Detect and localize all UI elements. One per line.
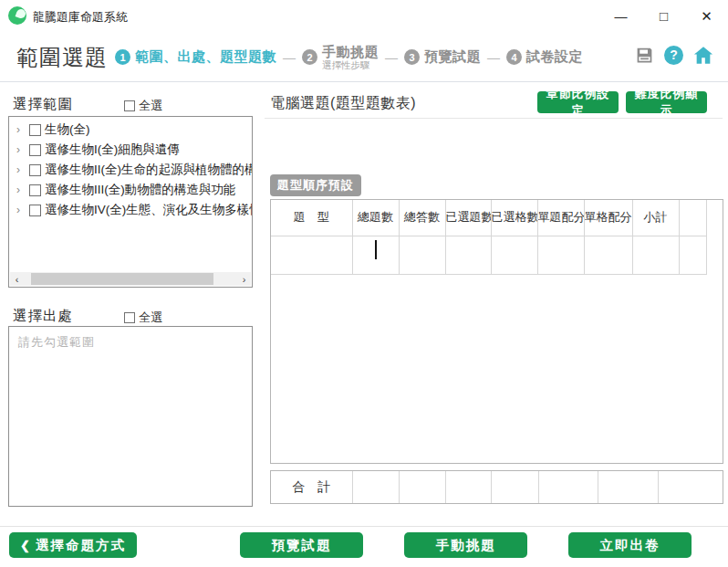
total-cell (491, 471, 538, 503)
range-select-all-label: 全選 (139, 98, 162, 114)
source-placeholder: 請先勾選範圍 (18, 334, 95, 351)
step-3-circle: 3 (404, 49, 420, 65)
cell-total-answers[interactable] (399, 236, 445, 274)
horizontal-scrollbar[interactable]: ‹ › (10, 272, 251, 286)
tree-item-label: 選修生物II(全)生命的起源與植物體的構造 (45, 162, 252, 178)
tree-item-biology[interactable]: › 生物(全) (9, 120, 252, 140)
total-cell (399, 471, 445, 503)
help-icon[interactable]: ? (664, 46, 683, 65)
col-header: 題 型 (271, 200, 352, 236)
back-button-label: 選擇命題方式 (36, 537, 126, 554)
step-separator: — (487, 50, 500, 65)
divider (265, 118, 723, 119)
step-1-circle: 1 (115, 49, 130, 65)
difficulty-ratio-button[interactable]: 難度比例顯示 (626, 91, 707, 113)
tree-checkbox[interactable] (29, 144, 41, 156)
cell-question-type[interactable] (271, 236, 352, 274)
col-header: 已選題數 (445, 200, 491, 236)
source-select-all-label: 全選 (139, 310, 162, 326)
tree-item-label: 選修生物I(全)細胞與遺傳 (45, 142, 180, 158)
range-select-all[interactable]: 全選 (124, 98, 162, 114)
cell-selected-questions[interactable] (445, 236, 491, 274)
scroll-right-icon[interactable]: › (237, 272, 251, 286)
step-3-label: 預覽試題 (424, 48, 481, 66)
back-to-method-button[interactable]: ❮ 選擇命題方式 (9, 532, 137, 558)
chevron-left-icon: ❮ (20, 539, 30, 552)
home-icon[interactable] (693, 45, 713, 65)
cell-points-per-blank[interactable] (584, 236, 632, 274)
preview-questions-button[interactable]: 預覽試題 (240, 532, 363, 558)
range-select-all-checkbox[interactable] (124, 100, 135, 111)
cell-extra[interactable] (679, 236, 706, 274)
total-label: 合 計 (271, 471, 352, 503)
divider (0, 526, 728, 527)
step-separator: — (385, 50, 398, 65)
scrollbar-thumb[interactable] (31, 273, 213, 285)
total-cell (445, 471, 491, 503)
col-header: 已選格數 (491, 200, 537, 236)
chevron-right-icon[interactable]: › (16, 184, 27, 196)
chevron-right-icon[interactable]: › (16, 204, 27, 216)
total-row-container: 合 計 (270, 470, 723, 504)
total-cell (538, 471, 598, 503)
step-4-settings[interactable]: 4 試卷設定 (506, 48, 583, 66)
step-2-manual[interactable]: 2 手動挑題 選擇性步驟 (302, 44, 379, 70)
step-separator: — (283, 50, 296, 65)
cell-subtotal[interactable] (632, 236, 679, 274)
step-1-range[interactable]: 1 範圍、出處、題型題數 (115, 48, 276, 66)
window-controls: — □ ✕ (599, 0, 728, 32)
maximize-button[interactable]: □ (642, 0, 685, 32)
chevron-right-icon[interactable]: › (16, 123, 27, 136)
tree-item-bio2[interactable]: › 選修生物II(全)生命的起源與植物體的構造 (9, 160, 252, 180)
tree-checkbox[interactable] (29, 184, 41, 196)
tree-checkbox[interactable] (29, 164, 41, 176)
total-cell (658, 471, 723, 503)
chevron-right-icon[interactable]: › (16, 143, 27, 156)
col-header: 單題配分 (537, 200, 584, 236)
minimize-button[interactable]: — (599, 0, 642, 32)
col-header: 總答數 (399, 200, 445, 236)
question-type-table: 題 型 總題數 總答數 已選題數 已選格數 單題配分 單格配分 小計 (271, 200, 707, 275)
col-header: 小計 (632, 200, 679, 236)
tree-item-bio3[interactable]: › 選修生物III(全)動物體的構造與功能 (9, 180, 252, 200)
cell-points-per-question[interactable] (537, 236, 584, 274)
table-row (271, 236, 706, 274)
window-title: 龍騰題庫命題系統 (33, 9, 128, 26)
source-select-all-checkbox[interactable] (124, 312, 135, 323)
col-header: 單格配分 (584, 200, 632, 236)
source-select-all[interactable]: 全選 (124, 310, 162, 326)
tree-item-label: 選修生物III(全)動物體的構造與功能 (45, 182, 235, 198)
total-cell (598, 471, 658, 503)
question-type-table-container: 題 型 總題數 總答數 已選題數 已選格數 單題配分 單格配分 小計 (270, 199, 723, 464)
save-icon[interactable] (634, 45, 654, 65)
app-window: 龍騰題庫命題系統 — □ ✕ 範圍選題 1 範圍、出處、題型題數 — 2 手動挑… (0, 0, 728, 567)
step-1-label: 範圍、出處、題型題數 (135, 48, 276, 66)
manual-pick-button[interactable]: 手動挑題 (404, 532, 527, 558)
tree-item-label: 選修生物IV(全)生態、演化及生物多樣性 (45, 202, 252, 218)
close-button[interactable]: ✕ (685, 0, 728, 32)
range-panel-title: 選擇範圍 (13, 95, 73, 114)
chapter-ratio-button[interactable]: 章節比例設定 (537, 91, 619, 113)
type-order-preset-button[interactable]: 題型順序預設 (270, 174, 361, 196)
tree-item-label: 生物(全) (45, 121, 90, 138)
chevron-right-icon[interactable]: › (16, 163, 27, 176)
total-table: 合 計 (271, 471, 723, 503)
wizard-header: 範圍選題 1 範圍、出處、題型題數 — 2 手動挑題 選擇性步驟 — 3 預覽試… (0, 32, 728, 82)
text-caret (375, 240, 377, 259)
tree-item-bio4[interactable]: › 選修生物IV(全)生態、演化及生物多樣性 (9, 200, 252, 220)
tree-item-bio1[interactable]: › 選修生物I(全)細胞與遺傳 (9, 140, 252, 160)
step-3-preview[interactable]: 3 預覽試題 (404, 48, 481, 66)
source-panel-title: 選擇出處 (13, 307, 73, 326)
col-header (679, 200, 706, 236)
generate-exam-button[interactable]: 立即出卷 (568, 532, 692, 558)
total-cell (352, 471, 399, 503)
title-bar: 龍騰題庫命題系統 — □ ✕ (0, 0, 728, 32)
app-logo-icon (8, 6, 26, 25)
tree-checkbox[interactable] (29, 205, 41, 216)
step-4-circle: 4 (506, 49, 522, 65)
main-panel-title: 電腦選題(題型題數表) (270, 94, 416, 113)
tree-checkbox[interactable] (29, 124, 41, 136)
cell-selected-blanks[interactable] (491, 236, 537, 274)
total-row: 合 計 (271, 471, 723, 503)
scroll-left-icon[interactable]: ‹ (10, 272, 24, 286)
